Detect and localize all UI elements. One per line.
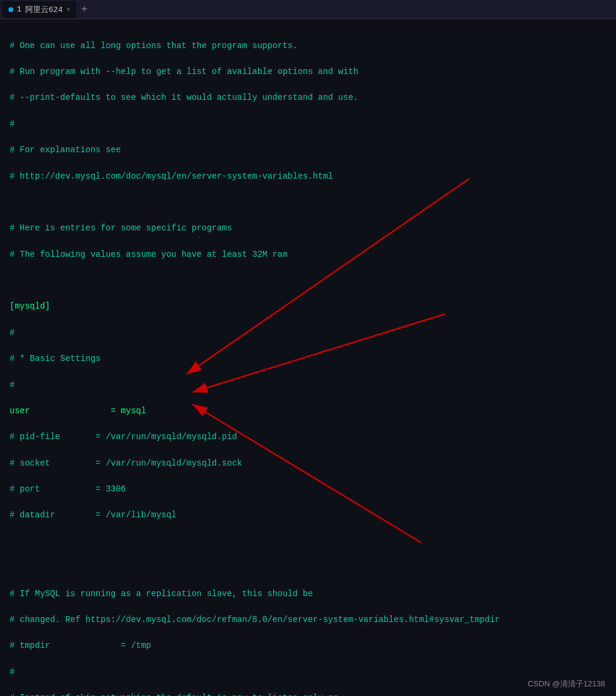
code-line-14: # (10, 379, 606, 392)
watermark: CSDN @清清子12138 (528, 678, 605, 690)
code-line-24: # tmpdir = /tmp (10, 639, 606, 653)
code-line-7 (10, 196, 606, 209)
code-editor: # One can use all long options that the … (0, 19, 616, 696)
tab-dot (8, 7, 13, 12)
code-line-18: # port = 3306 (10, 483, 606, 496)
tab-title-text: 阿里云624 (25, 4, 63, 15)
code-line-4: # (10, 118, 606, 131)
code-line-2: # Run program with --help to get a list … (10, 66, 606, 79)
code-line-6: # http://dev.mysql.com/doc/mysql/en/serv… (10, 170, 606, 183)
new-tab-button[interactable]: + (76, 4, 93, 16)
code-line-25: # (10, 666, 606, 679)
code-line-26: # Instead of skip-networking the default… (10, 692, 606, 696)
code-line-21 (10, 561, 606, 574)
svg-line-3 (192, 404, 421, 543)
code-line-12: # (10, 327, 606, 340)
code-line-9: # The following values assume you have a… (10, 248, 606, 262)
code-line-5: # For explanations see (10, 144, 606, 157)
code-line-16: # pid-file = /var/run/mysqld/mysqld.pid (10, 431, 606, 444)
code-line-23: # changed. Ref https://dev.mysql.com/doc… (10, 614, 606, 627)
code-line-1: # One can use all long options that the … (10, 40, 606, 53)
code-line-20 (10, 535, 606, 549)
code-line-19: # datadir = /var/lib/mysql (10, 509, 606, 522)
code-line-10 (10, 274, 606, 288)
tab-title: 1 (17, 5, 22, 14)
code-line-8: # Here is entries for some specific prog… (10, 222, 606, 235)
code-line-15: user = mysql (10, 405, 606, 418)
code-line-11: [mysqld] (10, 300, 606, 313)
tab-close-button[interactable]: × (66, 6, 70, 13)
tab-bar: 1 阿里云624 × + (0, 0, 616, 19)
code-line-13: # * Basic Settings (10, 353, 606, 366)
code-line-3: # --print-defaults to see which it would… (10, 91, 606, 105)
tab-1[interactable]: 1 阿里云624 × (2, 1, 76, 18)
code-line-22: # If MySQL is running as a replication s… (10, 588, 606, 601)
code-line-17: # socket = /var/run/mysqld/mysqld.sock (10, 457, 606, 470)
